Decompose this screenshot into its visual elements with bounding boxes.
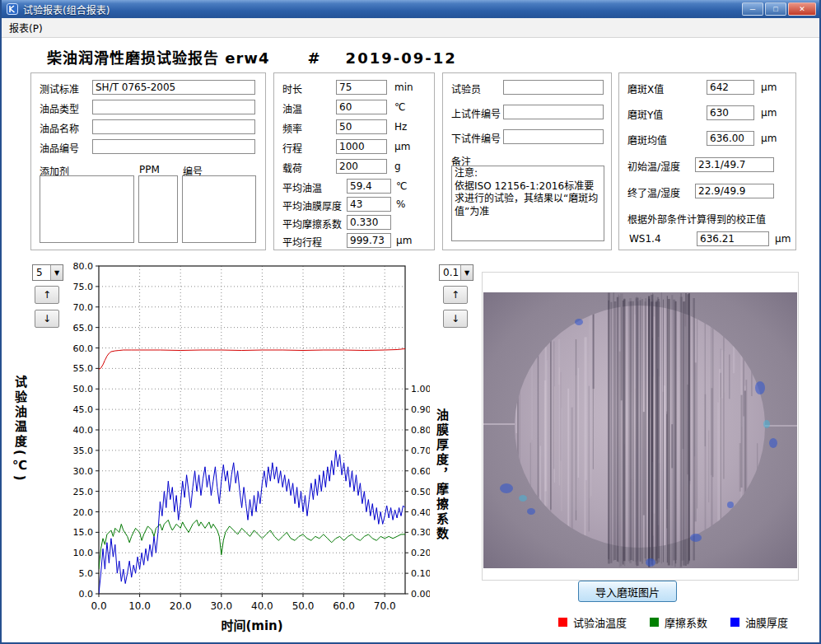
scar-image-panel (482, 272, 799, 581)
param-unit: Hz (394, 121, 407, 133)
left-axis-down-button[interactable]: ↓ (35, 310, 59, 328)
report-title-separator: # (308, 49, 321, 67)
svg-text:50.0: 50.0 (292, 600, 315, 612)
test-params-group: 时长min油温℃频率Hz行程μm载荷g平均油温℃平均油膜厚度%平均摩擦系数平均行… (273, 72, 435, 250)
result-input[interactable] (707, 131, 754, 146)
sample-info-group: 添加剂 PPM 编号 测试标准油品类型油品名称油品编号 (30, 72, 266, 250)
import-scar-image-button[interactable]: 导入磨斑图片 (578, 581, 677, 602)
result-input[interactable] (707, 105, 754, 120)
svg-text:20.0: 20.0 (170, 600, 192, 612)
param-input[interactable] (347, 197, 391, 212)
param-input[interactable] (347, 179, 391, 194)
sample-field-input[interactable] (92, 139, 255, 154)
result-input[interactable] (707, 80, 754, 95)
svg-text:40.0: 40.0 (73, 425, 94, 436)
param-unit: ℃ (396, 180, 407, 192)
svg-text:40.0: 40.0 (251, 600, 273, 612)
chevron-down-icon[interactable]: ▼ (460, 265, 473, 280)
result-group: 根据外部条件计算得到的校正值 WS1.4 μm 磨斑X值μm磨斑Y值μm磨斑均值… (618, 72, 796, 250)
svg-text:30.0: 30.0 (210, 600, 232, 612)
param-input[interactable] (347, 233, 391, 248)
param-unit: ℃ (394, 101, 405, 113)
param-input[interactable] (336, 80, 387, 95)
report-title: 柴油润滑性磨损试验报告 erw4 # 2019-09-12 (47, 46, 457, 68)
chart-legend: 试验油温度 摩擦系数 油膜厚度 (558, 614, 788, 630)
svg-text:时间(min): 时间(min) (221, 618, 282, 633)
param-label: 行程 (282, 141, 302, 155)
param-label: 油温 (282, 101, 302, 115)
ws-value-input[interactable] (697, 231, 769, 246)
sample-field-input[interactable] (92, 119, 255, 134)
param-label: 平均行程 (282, 235, 322, 249)
operator-field-input[interactable] (503, 80, 604, 95)
remark-input[interactable]: 注意: 依据ISO 12156-1:2016标准要求进行的试验，其结果以“磨斑均… (451, 166, 604, 241)
svg-text:55.0: 55.0 (73, 363, 94, 374)
param-label: 平均油温 (282, 180, 322, 194)
svg-text:0.00: 0.00 (411, 589, 430, 600)
result-label: 磨斑Y值 (627, 107, 663, 121)
right-axis-step-combo[interactable]: 0.1 ▼ (439, 264, 473, 281)
menu-bar: 报表(P) (2, 18, 819, 38)
left-axis-step-combo[interactable]: 5 ▼ (32, 264, 63, 281)
minimize-button[interactable]: ─ (742, 2, 763, 16)
param-input[interactable] (347, 215, 391, 230)
legend-swatch-green (650, 618, 659, 627)
operator-field-input[interactable] (503, 105, 604, 119)
legend-label-oil-temp: 试验油温度 (573, 614, 627, 630)
sample-field-input[interactable] (92, 100, 255, 114)
svg-text:0.80: 0.80 (411, 425, 430, 436)
legend-item-film: 油膜厚度 (730, 614, 788, 630)
param-input[interactable] (336, 100, 387, 114)
left-axis-up-button[interactable]: ↑ (35, 286, 59, 304)
svg-text:75.0: 75.0 (73, 282, 94, 292)
close-button[interactable]: ✕ (788, 2, 816, 16)
legend-item-friction: 摩擦系数 (650, 614, 707, 630)
operator-field-label: 下试件编号 (451, 131, 501, 145)
result-unit: μm (761, 133, 777, 144)
result-input[interactable] (695, 184, 774, 198)
additive-no-input[interactable] (182, 175, 256, 243)
right-axis-up-button[interactable]: ↑ (443, 286, 468, 304)
additive-input[interactable] (40, 175, 134, 243)
operator-field-label: 上试件编号 (451, 106, 501, 120)
param-input[interactable] (336, 119, 387, 134)
result-label: 磨斑X值 (627, 82, 664, 96)
svg-text:60.0: 60.0 (333, 600, 355, 612)
svg-text:0.10: 0.10 (411, 568, 430, 579)
svg-text:70.0: 70.0 (73, 302, 94, 313)
svg-text:0.70: 0.70 (411, 446, 430, 456)
sample-field-label: 油品类型 (40, 101, 79, 115)
maximize-button[interactable]: □ (765, 2, 786, 16)
app-icon (7, 3, 18, 15)
svg-text:80.0: 80.0 (73, 261, 94, 272)
param-label: 载荷 (282, 161, 302, 175)
param-input[interactable] (336, 159, 387, 174)
sample-field-label: 油品名称 (40, 121, 79, 135)
ppm-input[interactable] (138, 175, 178, 243)
svg-text:20.0: 20.0 (73, 507, 94, 518)
svg-text:30.0: 30.0 (73, 466, 94, 477)
param-label: 频率 (282, 121, 302, 135)
svg-text:0.0: 0.0 (79, 589, 94, 600)
param-unit: min (394, 82, 413, 93)
sample-field-input[interactable] (92, 80, 255, 95)
chevron-down-icon[interactable]: ▼ (50, 265, 63, 280)
window-title: 试验报表(组合报表) (23, 2, 110, 16)
svg-text:10.0: 10.0 (128, 600, 151, 612)
ppm-label: PPM (139, 164, 160, 175)
param-unit: μm (394, 141, 410, 152)
param-input[interactable] (336, 139, 387, 154)
operator-field-label: 试验员 (451, 82, 481, 96)
report-content: 柴油润滑性磨损试验报告 erw4 # 2019-09-12 添加剂 PPM 编号… (2, 38, 819, 642)
menu-report[interactable]: 报表(P) (2, 18, 50, 37)
right-axis-title: 油膜厚度，摩擦系数 (433, 408, 450, 542)
svg-text:0.60: 0.60 (411, 466, 430, 477)
result-label: 终了温/湿度 (627, 185, 680, 199)
svg-text:0.50: 0.50 (411, 487, 430, 497)
operator-field-input[interactable] (503, 129, 604, 144)
result-input[interactable] (695, 157, 774, 172)
trend-chart: 0.05.010.015.020.025.030.035.040.045.050… (71, 260, 430, 636)
legend-swatch-red (558, 618, 567, 627)
left-axis-step-value: 5 (33, 267, 50, 278)
right-axis-down-button[interactable]: ↓ (443, 310, 468, 328)
